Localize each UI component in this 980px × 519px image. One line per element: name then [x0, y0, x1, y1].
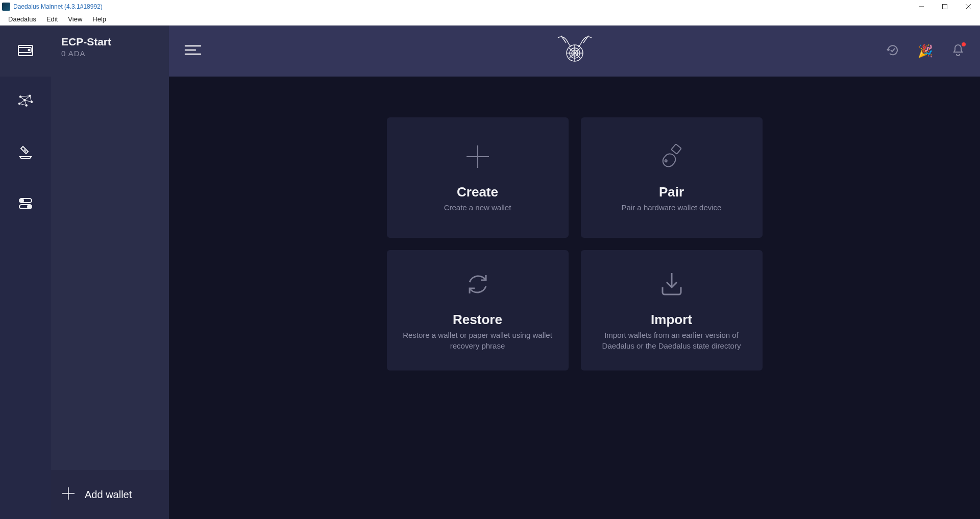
svg-point-5	[29, 50, 30, 51]
sidebar-nav-voting[interactable]	[0, 128, 51, 179]
daedalus-logo	[556, 35, 594, 67]
svg-point-39	[664, 159, 667, 162]
import-wallet-card[interactable]: Import Import wallets from an earlier ve…	[581, 250, 763, 370]
card-title: Restore	[453, 312, 502, 328]
svg-point-22	[20, 199, 23, 202]
usb-icon	[657, 142, 686, 173]
wallet-action-cards: Create Create a new wallet Pair Pair a h…	[387, 117, 763, 370]
svg-line-18	[30, 96, 32, 102]
app-icon	[2, 3, 10, 11]
menu-edit[interactable]: Edit	[41, 14, 63, 24]
pair-wallet-card[interactable]: Pair Pair a hardware wallet device	[581, 117, 763, 238]
party-popper-icon: 🎉	[918, 44, 933, 58]
bell-icon	[951, 50, 965, 58]
window-title: Daedalus Mainnet (4.3.1#18992)	[13, 3, 103, 10]
card-title: Import	[651, 312, 692, 328]
svg-rect-1	[943, 5, 947, 9]
download-icon	[657, 270, 686, 301]
plus-icon	[61, 486, 76, 503]
wallet-list-item[interactable]: ECP-Start 0 ADA	[51, 26, 169, 67]
card-desc: Pair a hardware wallet device	[622, 202, 722, 213]
wallet-name: ECP-Start	[61, 36, 159, 48]
network-icon	[17, 92, 34, 112]
toggles-icon	[17, 194, 34, 214]
menu-view[interactable]: View	[63, 14, 87, 24]
refresh-icon	[463, 270, 492, 301]
plus-icon	[463, 142, 492, 173]
main-column: 🎉	[169, 26, 980, 519]
sidebar-nav-staking[interactable]	[0, 77, 51, 128]
card-title: Create	[457, 184, 498, 200]
svg-rect-37	[671, 144, 681, 154]
news-feed-button[interactable]: 🎉	[918, 45, 933, 57]
create-wallet-card[interactable]: Create Create a new wallet	[387, 117, 569, 238]
window-maximize-button[interactable]	[933, 0, 957, 13]
notification-dot	[962, 42, 966, 46]
svg-line-15	[24, 100, 26, 105]
menu-daedalus[interactable]: Daedalus	[3, 14, 41, 24]
svg-line-12	[20, 97, 25, 101]
voting-icon	[17, 143, 34, 163]
menubar: Daedalus Edit View Help	[0, 13, 980, 26]
svg-line-17	[20, 96, 30, 97]
sync-check-icon	[886, 50, 899, 58]
svg-line-14	[24, 100, 32, 102]
card-desc: Restore a wallet or paper wallet using w…	[402, 330, 553, 351]
restore-wallet-card[interactable]: Restore Restore a wallet or paper wallet…	[387, 250, 569, 370]
card-desc: Create a new wallet	[444, 202, 511, 213]
notifications-button[interactable]	[951, 43, 965, 59]
menu-toggle-button[interactable]	[184, 44, 202, 58]
svg-line-19	[19, 104, 27, 105]
sidebar-nav-wallets[interactable]	[0, 26, 51, 77]
sidebar-nav-settings[interactable]	[0, 179, 51, 230]
wallet-icon	[17, 41, 34, 61]
add-wallet-label: Add wallet	[85, 489, 132, 501]
app-content: ECP-Start 0 ADA Add wallet	[0, 26, 980, 519]
svg-line-16	[19, 100, 24, 104]
sidebar-wallets: ECP-Start 0 ADA Add wallet	[51, 26, 169, 519]
topbar: 🎉	[169, 26, 980, 77]
sidebar-narrow	[0, 26, 51, 519]
window-close-button[interactable]	[957, 0, 980, 13]
add-wallet-button[interactable]: Add wallet	[51, 470, 169, 519]
window-minimize-button[interactable]	[910, 0, 933, 13]
topbar-right: 🎉	[886, 43, 965, 59]
svg-rect-38	[660, 152, 678, 169]
card-title: Pair	[659, 184, 684, 200]
window-titlebar: Daedalus Mainnet (4.3.1#18992)	[0, 0, 980, 13]
menu-help[interactable]: Help	[87, 14, 111, 24]
svg-point-24	[28, 205, 31, 208]
menu-icon	[184, 49, 202, 58]
wallet-balance: 0 ADA	[61, 49, 159, 58]
sync-status-button[interactable]	[886, 43, 899, 59]
card-desc: Import wallets from an earlier version o…	[596, 330, 747, 351]
main-area: Create Create a new wallet Pair Pair a h…	[169, 77, 980, 519]
